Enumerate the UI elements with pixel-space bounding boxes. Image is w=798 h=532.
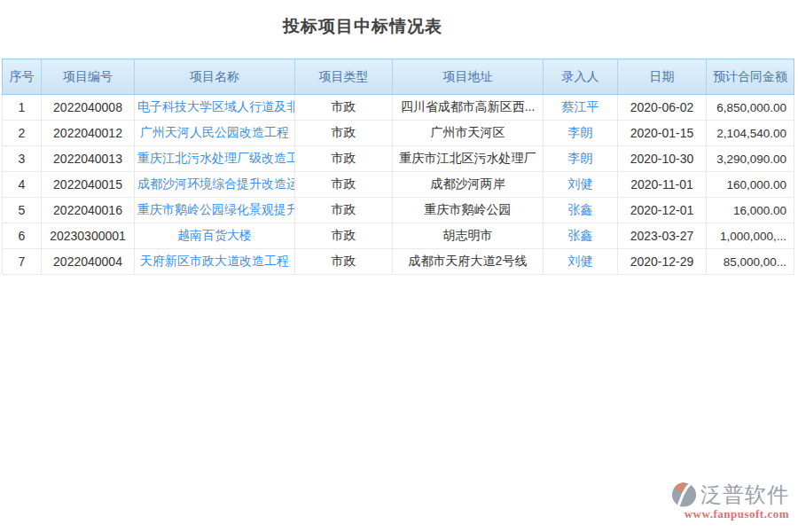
column-header-name: 项目名称 [135, 59, 295, 95]
brand-name: 泛普软件 [700, 481, 789, 509]
project-type: 市政 [295, 121, 393, 146]
project-type: 市政 [295, 198, 393, 223]
project-address: 成都市天府大道2号线 [393, 249, 544, 275]
recorder-link[interactable]: 蔡江平 [544, 95, 618, 121]
project-code: 20230300001 [42, 223, 135, 249]
recorder-link[interactable]: 李朗 [544, 121, 618, 146]
row-seq: 1 [3, 95, 42, 121]
contract-amount: 160,000.00 [707, 172, 794, 198]
table-row: 52022040016重庆市鹅岭公园绿化景观提升市政重庆市鹅岭公园张鑫2020-… [3, 198, 794, 223]
record-date: 2020-12-01 [618, 198, 707, 223]
contract-amount: 6,850,000.00 [707, 95, 794, 121]
fanpu-logo-icon [671, 481, 697, 508]
record-date: 2020-12-29 [618, 249, 707, 275]
project-name-link[interactable]: 电子科技大学区域人行道及非 [135, 95, 295, 121]
table-header-row: 序号项目编号项目名称项目类型项目地址录入人日期预计合同金额 [3, 59, 794, 95]
table-row: 32022040013重庆江北污水处理厂级改造工市政重庆市江北区污水处理厂李朗2… [3, 146, 794, 172]
project-address: 成都沙河两岸 [393, 172, 544, 198]
column-header-amount: 预计合同金额 [707, 59, 794, 95]
project-name-link[interactable]: 天府新区市政大道改造工程 [135, 249, 295, 275]
project-name-link[interactable]: 重庆市鹅岭公园绿化景观提升 [135, 198, 295, 223]
record-date: 2020-01-15 [618, 121, 707, 146]
project-code: 2022040013 [42, 146, 135, 172]
column-header-seq: 序号 [3, 59, 42, 95]
project-name-link[interactable]: 重庆江北污水处理厂级改造工 [135, 146, 295, 172]
row-seq: 6 [3, 223, 42, 249]
project-code: 2022040008 [42, 95, 135, 121]
project-code: 2022040016 [42, 198, 135, 223]
bid-results-table: 序号项目编号项目名称项目类型项目地址录入人日期预计合同金额 1202204000… [2, 59, 794, 275]
row-seq: 3 [3, 146, 42, 172]
column-header-code: 项目编号 [42, 59, 135, 95]
table-row: 42022040015成都沙河环境综合提升改造运市政成都沙河两岸刘健2020-1… [3, 172, 794, 198]
table-row: 72022040004天府新区市政大道改造工程市政成都市天府大道2号线刘健202… [3, 249, 794, 275]
project-address: 广州市天河区 [393, 121, 544, 146]
row-seq: 4 [3, 172, 42, 198]
record-date: 2020-11-01 [618, 172, 707, 198]
record-date: 2023-03-27 [618, 223, 707, 249]
brand-url: www.fanpusoft.com [685, 507, 789, 521]
column-header-date: 日期 [618, 59, 707, 95]
recorder-link[interactable]: 张鑫 [544, 198, 618, 223]
column-header-recorder: 录入人 [544, 59, 618, 95]
project-name-link[interactable]: 广州天河人民公园改造工程 [135, 121, 295, 146]
table-row: 620230300001越南百货大楼市政胡志明市张鑫2023-03-271,00… [3, 223, 794, 249]
project-type: 市政 [295, 223, 393, 249]
record-date: 2020-10-30 [618, 146, 707, 172]
column-header-type: 项目类型 [295, 59, 393, 95]
project-address: 重庆市江北区污水处理厂 [393, 146, 544, 172]
record-date: 2020-06-02 [618, 95, 707, 121]
row-seq: 7 [3, 249, 42, 275]
project-code: 2022040012 [42, 121, 135, 146]
recorder-link[interactable]: 刘健 [544, 172, 618, 198]
project-address: 重庆市鹅岭公园 [393, 198, 544, 223]
page-title: 投标项目中标情况表 [0, 0, 798, 42]
footer-brand: 泛普软件 www.fanpusoft.com [671, 481, 789, 521]
recorder-link[interactable]: 李朗 [544, 146, 618, 172]
contract-amount: 16,000.00 [707, 198, 794, 223]
project-code: 2022040015 [42, 172, 135, 198]
project-name-link[interactable]: 成都沙河环境综合提升改造运 [135, 172, 295, 198]
column-header-address: 项目地址 [393, 59, 544, 95]
contract-amount: 3,290,090.00 [707, 146, 794, 172]
row-seq: 2 [3, 121, 42, 146]
contract-amount: 1,000,000,... [707, 223, 794, 249]
project-address: 胡志明市 [393, 223, 544, 249]
project-type: 市政 [295, 95, 393, 121]
recorder-link[interactable]: 张鑫 [544, 223, 618, 249]
contract-amount: 2,104,540.00 [707, 121, 794, 146]
project-type: 市政 [295, 249, 393, 275]
project-code: 2022040004 [42, 249, 135, 275]
project-address: 四川省成都市高新区西... [393, 95, 544, 121]
project-name-link[interactable]: 越南百货大楼 [135, 223, 295, 249]
contract-amount: 85,000,00... [707, 249, 794, 275]
row-seq: 5 [3, 198, 42, 223]
project-type: 市政 [295, 146, 393, 172]
table-row: 12022040008电子科技大学区域人行道及非市政四川省成都市高新区西...蔡… [3, 95, 794, 121]
recorder-link[interactable]: 刘健 [544, 249, 618, 275]
table-row: 22022040012广州天河人民公园改造工程市政广州市天河区李朗2020-01… [3, 121, 794, 146]
project-type: 市政 [295, 172, 393, 198]
